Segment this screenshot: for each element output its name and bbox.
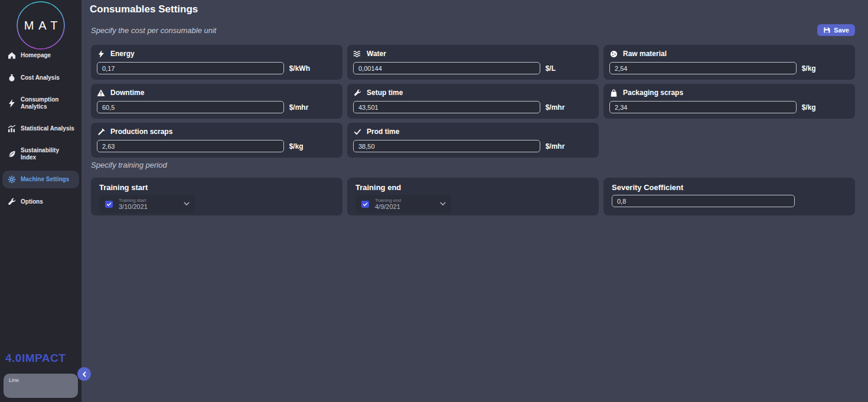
training-start-title: Training start — [99, 183, 334, 192]
line-tooltip-panel: Line — [4, 374, 78, 398]
sidebar-item-label: Cost Analysis — [21, 74, 60, 81]
production-scraps-card: Production scraps $/kg — [91, 123, 342, 158]
sidebar-item-statistical-analysis[interactable]: Statistical Analysis — [2, 120, 79, 138]
brand-logo: 4.0IMPACT — [5, 352, 66, 365]
unit-label: $/kWh — [289, 64, 310, 73]
wrench-icon — [353, 89, 361, 97]
prod-time-card: Prod time $/mhr — [347, 123, 599, 158]
training-section-subtitle: Specify training period — [91, 161, 167, 169]
scraps-icon — [97, 128, 105, 136]
chevron-left-icon — [81, 371, 87, 377]
sidebar-item-consumption-analytics[interactable]: Consumption Analytics — [2, 91, 79, 115]
raw-material-card: Raw material $/kg — [603, 45, 855, 80]
mat-logo-icon: MAT — [16, 1, 66, 50]
sidebar-item-sustainability-index[interactable]: Sustainability Index — [2, 142, 79, 166]
prod-time-cost-input[interactable] — [353, 140, 540, 152]
calendar-icon — [361, 200, 370, 208]
wrench-icon — [8, 198, 16, 206]
sidebar-item-label: Machine Settings — [21, 176, 69, 183]
unit-label: $/mhr — [546, 103, 565, 112]
energy-cost-input[interactable] — [97, 62, 284, 74]
energy-card: Energy $/kWh — [91, 45, 342, 80]
bar-chart-icon — [8, 125, 16, 133]
severity-coefficient-title: Severity Coefficient — [612, 183, 847, 192]
downtime-cost-input[interactable] — [97, 101, 284, 113]
unit-label: $/kg — [802, 103, 816, 112]
home-icon — [8, 51, 16, 60]
check-icon — [353, 128, 361, 136]
unit-label: $/kg — [289, 142, 304, 151]
cost-section-subtitle: Specify the cost per consumable unit — [91, 26, 216, 35]
setup-time-card: Setup time $/mhr — [347, 84, 599, 119]
sidebar-item-label: Consumption Analytics — [21, 96, 76, 110]
training-end-datepicker[interactable]: Training end 4/9/2021 — [355, 195, 451, 213]
floppy-disk-icon — [823, 27, 830, 34]
sidebar-item-homepage[interactable]: Homepage — [2, 47, 79, 64]
sidebar-item-machine-settings[interactable]: Machine Settings — [2, 171, 79, 188]
shopping-bag-icon — [609, 89, 618, 97]
page-title: Consumables Settings — [90, 4, 198, 15]
sidebar: MAT Homepage Cost Analysis Consumption A… — [0, 0, 81, 402]
sidebar-item-label: Sustainability Index — [21, 147, 76, 161]
chevron-down-icon — [184, 202, 190, 206]
card-label: Downtime — [110, 89, 144, 97]
training-start-datepicker[interactable]: Training start 3/10/2021 — [99, 195, 195, 213]
raw-material-icon — [609, 50, 618, 58]
sidebar-collapse-button[interactable] — [77, 367, 91, 381]
downtime-card: Downtime $/mhr — [91, 84, 342, 119]
gear-icon — [8, 175, 16, 184]
main-content: Consumables Settings Save Specify the co… — [81, 0, 868, 402]
training-grid: Training start Training start 3/10/2021 — [91, 178, 855, 215]
training-end-title: Training end — [355, 183, 590, 192]
bolt-icon — [97, 50, 105, 58]
card-label: Raw material — [623, 50, 667, 58]
unit-label: $/mhr — [289, 103, 309, 112]
water-card: Water $/L — [347, 45, 599, 80]
save-button[interactable]: Save — [817, 24, 855, 36]
training-end-date: 4/9/2021 — [375, 203, 435, 211]
severity-coefficient-input[interactable] — [612, 195, 795, 207]
sidebar-item-label: Homepage — [21, 52, 51, 59]
sidebar-menu: Homepage Cost Analysis Consumption Analy… — [0, 47, 81, 215]
sidebar-item-label: Options — [21, 198, 43, 205]
unit-label: $/L — [546, 64, 556, 73]
setup-time-cost-input[interactable] — [353, 101, 540, 113]
warning-icon — [97, 89, 105, 97]
line-tooltip-label: Line — [9, 377, 19, 383]
water-icon — [353, 50, 361, 58]
cost-cards-grid: Energy $/kWh Water $/L — [91, 45, 855, 158]
bolt-icon — [8, 99, 16, 107]
app-logo: MAT — [0, 1, 81, 50]
logo-text: MAT — [24, 19, 63, 32]
save-button-label: Save — [834, 27, 849, 34]
sidebar-item-label: Statistical Analysis — [21, 125, 74, 132]
raw-material-cost-input[interactable] — [609, 62, 797, 74]
unit-label: $/kg — [802, 64, 816, 73]
packaging-scraps-cost-input[interactable] — [609, 101, 797, 113]
card-label: Setup time — [367, 89, 403, 97]
leaf-icon — [8, 150, 16, 158]
training-end-card: Training end Training end 4/9/2021 — [347, 178, 599, 215]
chevron-down-icon — [440, 202, 446, 206]
card-label: Production scraps — [110, 128, 172, 136]
datepicker-field-label: Training end — [375, 198, 435, 203]
severity-coefficient-card: Severity Coefficient — [603, 178, 855, 215]
training-start-date: 3/10/2021 — [119, 203, 178, 211]
card-label: Prod time — [367, 128, 399, 136]
card-label: Water — [367, 50, 386, 58]
card-label: Packaging scraps — [623, 89, 683, 97]
sidebar-item-cost-analysis[interactable]: Cost Analysis — [2, 69, 79, 87]
training-start-card: Training start Training start 3/10/2021 — [91, 178, 342, 215]
card-label: Energy — [110, 50, 135, 58]
money-bag-icon — [8, 74, 16, 82]
sidebar-item-options[interactable]: Options — [2, 193, 79, 211]
production-scraps-cost-input[interactable] — [97, 140, 284, 152]
unit-label: $/mhr — [546, 142, 565, 151]
datepicker-field-label: Training start — [119, 198, 178, 203]
water-cost-input[interactable] — [353, 62, 540, 74]
calendar-icon — [105, 200, 113, 208]
packaging-scraps-card: Packaging scraps $/kg — [603, 84, 855, 119]
